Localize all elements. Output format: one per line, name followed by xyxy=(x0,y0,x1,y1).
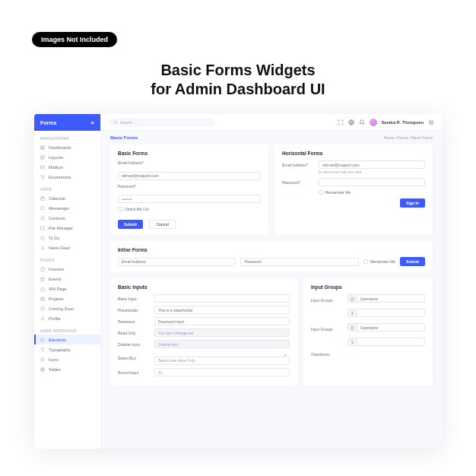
sidebar-item-label: Contacts xyxy=(49,216,65,221)
dollar-addon-2: $ xyxy=(347,338,357,346)
svg-point-16 xyxy=(114,121,117,124)
input-field[interactable] xyxy=(154,317,290,325)
sidebar-item-contacts[interactable]: Contacts xyxy=(34,213,100,223)
svg-rect-8 xyxy=(41,197,45,201)
close-icon[interactable]: × xyxy=(90,119,94,126)
input-label: Placeholder xyxy=(118,308,150,313)
expand-icon[interactable] xyxy=(338,119,344,125)
input-field[interactable] xyxy=(154,294,290,303)
sidebar-item-events[interactable]: Events xyxy=(34,274,100,284)
input-label: Select Box xyxy=(118,356,150,360)
sidebar-item-coming-soon[interactable]: Coming Soon xyxy=(34,303,100,313)
password-field[interactable] xyxy=(118,195,261,203)
password-label: Password* xyxy=(118,184,261,189)
sidebar-item-layouts[interactable]: Layouts xyxy=(34,152,100,162)
breadcrumb: Home • Forms • Basic Forms xyxy=(384,135,433,140)
sidebar-item-mailbox[interactable]: Mailbox xyxy=(34,162,100,172)
sidebar-item-label: Calendar xyxy=(49,196,65,201)
sidebar-item-ecommerce[interactable]: Ecommerce xyxy=(34,172,100,182)
sidebar-item-tables[interactable]: Tables xyxy=(34,364,100,374)
sidebar-section-label: NAVIGATIONS xyxy=(34,131,100,142)
cancel-button[interactable]: Cancel xyxy=(149,220,175,229)
bell-icon[interactable] xyxy=(359,119,365,125)
inline-email[interactable] xyxy=(118,258,236,266)
sidebar-item-messenger[interactable]: Messenger xyxy=(34,203,100,213)
sidebar-section-label: APPS xyxy=(34,182,100,193)
svg-rect-0 xyxy=(41,145,43,147)
inline-submit[interactable]: Submit xyxy=(400,257,425,266)
sidebar-item-label: Messenger xyxy=(49,206,69,211)
h-password-field[interactable] xyxy=(319,178,425,186)
app-window: Forms × NAVIGATIONSDashboardsLayoutsMail… xyxy=(34,114,442,449)
sidebar-item-elements[interactable]: Elements xyxy=(34,335,100,344)
sidebar-item-label: Mailbox xyxy=(49,165,63,170)
cart-icon xyxy=(40,175,45,179)
main: Search... Sandra R. Thompson Basic Forms… xyxy=(101,114,442,449)
input-field[interactable] xyxy=(154,306,290,314)
svg-rect-11 xyxy=(41,278,45,281)
sidebar-item-label: News Feed xyxy=(49,246,70,250)
clock-icon xyxy=(40,306,45,311)
search-input[interactable]: Search... xyxy=(109,118,215,127)
dollar-addon: $ xyxy=(347,309,357,317)
svg-rect-12 xyxy=(41,297,45,300)
basic-forms-card: Basic Forms Email Address* Password* Che… xyxy=(110,144,268,235)
sidebar-item-label: Coming Soon xyxy=(49,306,74,311)
inline-remember[interactable]: Remember Me xyxy=(363,259,395,264)
box-icon xyxy=(40,338,45,342)
svg-point-14 xyxy=(42,316,43,318)
sidebar-item-dashboards[interactable]: Dashboards xyxy=(34,142,100,152)
sidebar-item-profile[interactable]: Profile xyxy=(34,313,100,323)
inline-password[interactable] xyxy=(240,258,358,266)
sidebar-item-to-do[interactable]: To Do xyxy=(34,233,100,243)
chat-icon xyxy=(40,206,45,211)
images-not-included-badge: Images Not Included xyxy=(32,32,117,47)
topbar: Search... Sandra R. Thompson xyxy=(101,114,442,131)
sidebar-item-invoices[interactable]: Invoices xyxy=(34,264,100,274)
remember-me[interactable]: Remember Me xyxy=(319,190,425,195)
content: Basic Forms Email Address* Password* Che… xyxy=(101,144,442,449)
email-field[interactable] xyxy=(118,172,261,180)
sidebar-item-label: Invoices xyxy=(49,267,64,271)
avatar[interactable] xyxy=(370,119,377,126)
sidebar-item-label: Layouts xyxy=(49,155,63,160)
sidebar-item-news-feed[interactable]: News Feed xyxy=(34,243,100,252)
table-icon xyxy=(40,367,45,372)
type-icon xyxy=(40,347,45,352)
input-field[interactable] xyxy=(154,368,290,376)
svg-rect-2 xyxy=(41,148,43,149)
h-email-field[interactable] xyxy=(319,160,425,169)
check-me-out[interactable]: Check Me Out xyxy=(118,207,261,211)
brief-icon xyxy=(40,297,45,301)
sidebar-item-icons[interactable]: Icons xyxy=(34,354,100,364)
users-icon xyxy=(40,216,45,221)
select-box[interactable] xyxy=(154,357,290,365)
sidebar-item-typography[interactable]: Typography xyxy=(34,344,100,354)
input-label: Round Input xyxy=(118,370,150,375)
ig-username-2[interactable] xyxy=(357,323,425,332)
submit-button[interactable]: Submit xyxy=(118,220,143,229)
globe-icon[interactable] xyxy=(348,119,354,125)
signin-button[interactable]: Sign In xyxy=(400,198,425,208)
star-icon xyxy=(40,357,45,362)
card-title: Basic Forms xyxy=(118,151,261,156)
inline-forms-card: Inline Forms Remember Me Submit xyxy=(110,241,433,272)
sidebar-item-label: To Do xyxy=(49,236,59,240)
sidebar-item-label: Profile xyxy=(49,316,61,321)
breadcrumb-bar: Basic Forms Home • Forms • Basic Forms xyxy=(101,131,442,144)
sidebar-title: Forms xyxy=(40,120,56,125)
card-title: Basic Inputs xyxy=(118,284,290,290)
sidebar-item-projects[interactable]: Projects xyxy=(34,294,100,303)
svg-point-6 xyxy=(42,179,43,179)
sidebar-item-calendar[interactable]: Calendar xyxy=(34,193,100,203)
layout-icon xyxy=(40,155,45,160)
sidebar-header: Forms × xyxy=(34,114,100,131)
ig-username[interactable] xyxy=(357,294,425,303)
sidebar-item-file-manager[interactable]: File Manager xyxy=(34,223,100,233)
sidebar-item-label: Ecommerce xyxy=(49,175,71,179)
ig-amount[interactable] xyxy=(357,309,425,317)
menu-icon[interactable] xyxy=(428,119,434,125)
ig-amount-2[interactable] xyxy=(357,338,425,346)
sidebar-item-404-page[interactable]: 404 Page xyxy=(34,284,100,294)
user-icon xyxy=(40,316,45,321)
